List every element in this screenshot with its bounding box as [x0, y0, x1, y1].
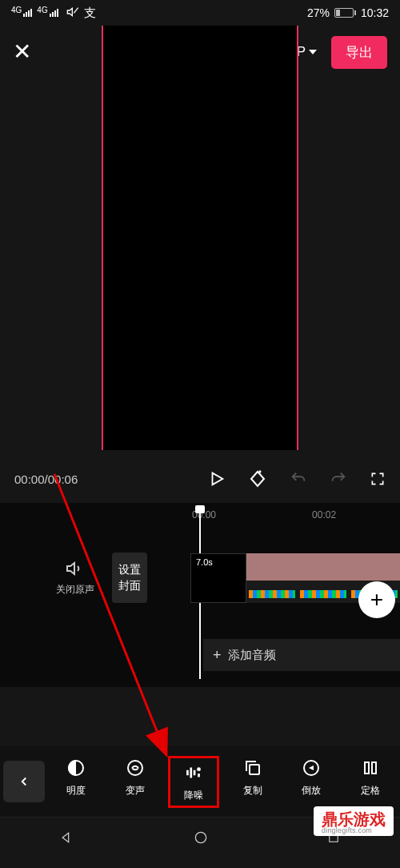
- watermark-title: 鼎乐游戏: [322, 811, 386, 827]
- keyframe-button[interactable]: [248, 469, 267, 488]
- battery-icon: [334, 8, 356, 18]
- cover-label-2: 封面: [118, 579, 141, 592]
- mute-original-button[interactable]: 关闭原声: [56, 559, 94, 597]
- tool-copy-label: 复制: [243, 784, 262, 798]
- spacer: [0, 687, 400, 746]
- network-indicator-2: 4G: [37, 6, 47, 14]
- time-display: 00:00/00:06: [14, 472, 78, 486]
- tool-back-button[interactable]: [3, 761, 45, 802]
- status-left: 4G 4G 支: [11, 6, 96, 21]
- svg-marker-11: [309, 766, 314, 770]
- cover-label-1: 设置: [118, 563, 141, 576]
- play-button[interactable]: [208, 470, 226, 488]
- total-time: 00:06: [48, 472, 78, 486]
- set-cover-button[interactable]: 设置 封面: [112, 553, 147, 603]
- tool-freeze[interactable]: 定格: [346, 757, 395, 807]
- ruler-mark-1: 00:02: [312, 509, 336, 520]
- mute-icon: [66, 6, 79, 21]
- mute-original-label: 关闭原声: [56, 583, 94, 597]
- alipay-icon: 支: [84, 6, 96, 21]
- close-button[interactable]: ✕: [13, 41, 31, 63]
- network-indicator-1: 4G: [11, 6, 22, 14]
- add-audio-label: 添加音频: [228, 648, 276, 663]
- svg-rect-9: [250, 765, 259, 774]
- svg-line-0: [74, 7, 78, 13]
- undo-button[interactable]: [290, 470, 307, 488]
- status-right: 27% 10:32: [307, 6, 389, 19]
- tool-freeze-label: 定格: [361, 784, 380, 798]
- tool-voice-change[interactable]: 变声: [110, 757, 160, 807]
- copy-icon: [243, 757, 262, 779]
- freeze-icon: [361, 757, 380, 779]
- tool-noise-reduce-label: 降噪: [184, 789, 203, 802]
- reverse-icon: [302, 757, 321, 779]
- battery-percentage: 27%: [307, 6, 330, 19]
- video-frame[interactable]: [102, 26, 298, 450]
- clock: 10:32: [361, 6, 389, 19]
- svg-point-7: [198, 768, 200, 770]
- tool-reverse[interactable]: 倒放: [286, 757, 336, 807]
- svg-marker-1: [213, 473, 223, 485]
- playback-controls: 00:00/00:06: [0, 455, 400, 503]
- svg-rect-13: [372, 762, 376, 774]
- svg-point-15: [195, 832, 206, 842]
- watermark-url: dinglegifts.com: [322, 827, 386, 834]
- current-time: 00:00: [14, 472, 45, 486]
- svg-rect-12: [365, 762, 369, 774]
- nav-back[interactable]: [59, 830, 75, 849]
- tool-noise-reduce[interactable]: 降噪: [169, 757, 218, 807]
- tool-brightness[interactable]: 明度: [51, 757, 101, 807]
- fullscreen-button[interactable]: [370, 471, 386, 487]
- clip-duration: 7.0s: [196, 557, 213, 567]
- plus-icon: +: [213, 647, 222, 664]
- redo-button[interactable]: [330, 470, 347, 488]
- tool-brightness-label: 明度: [66, 784, 86, 798]
- noise-reduce-icon: [183, 762, 204, 784]
- clip-thumbnail[interactable]: [246, 553, 298, 603]
- brightness-icon: [66, 757, 86, 779]
- chevron-down-icon: [309, 50, 317, 54]
- status-bar: 4G 4G 支 27% 10:32: [0, 0, 400, 26]
- video-preview: [0, 78, 400, 455]
- timeline-area[interactable]: 00:00 00:02 关闭原声 设置 封面 7.0s + +: [0, 503, 400, 687]
- clip-thumbnail[interactable]: [298, 553, 349, 603]
- add-audio-button[interactable]: + 添加音频: [203, 639, 400, 671]
- watermark: 鼎乐游戏 dinglegifts.com: [314, 806, 394, 836]
- tool-copy[interactable]: 复制: [228, 757, 278, 807]
- add-clip-button[interactable]: +: [358, 581, 395, 618]
- tool-reverse-label: 倒放: [302, 784, 321, 798]
- tool-voice-change-label: 变声: [126, 784, 145, 798]
- export-button[interactable]: 导出: [331, 36, 387, 69]
- nav-home[interactable]: [193, 830, 209, 849]
- svg-marker-14: [62, 833, 69, 842]
- voice-change-icon: [126, 757, 145, 779]
- svg-point-3: [128, 761, 142, 775]
- video-clip[interactable]: 7.0s: [190, 553, 246, 603]
